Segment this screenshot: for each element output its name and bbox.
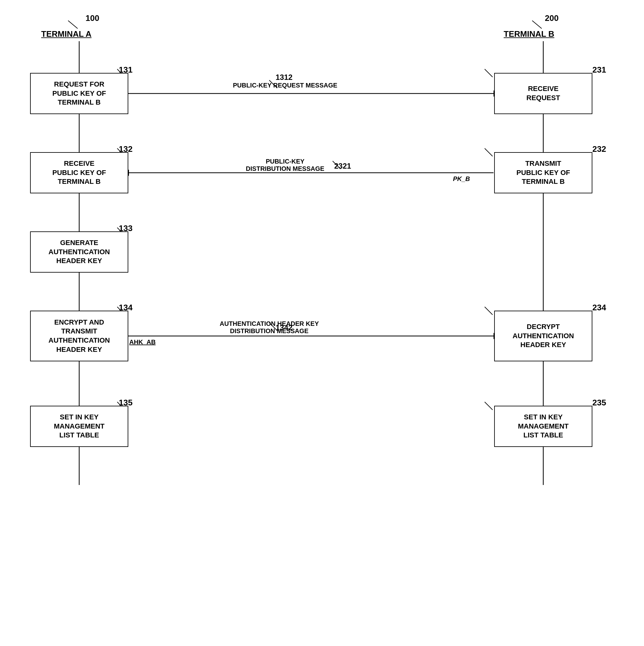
terminal-b-ref: 200 [545, 13, 558, 23]
node-231-text: RECEIVE REQUEST [526, 84, 560, 102]
diagram: TERMINAL A 100 TERMINAL B 200 REQUEST FO… [0, 0, 644, 646]
node-231: RECEIVE REQUEST [494, 73, 592, 114]
node-234-text: DECRYPT AUTHENTICATION HEADER KEY [513, 322, 574, 350]
arrow-1312-text: PUBLIC-KEY REQUEST MESSAGE [233, 82, 337, 89]
node-131: REQUEST FOR PUBLIC KEY OF TERMINAL B [30, 73, 128, 114]
ref-1312: 1312 [276, 73, 292, 82]
node-132-text: RECEIVE PUBLIC KEY OF TERMINAL B [52, 159, 106, 186]
ref-133: 133 [119, 223, 132, 233]
pk-b-label: PK_B [453, 175, 470, 183]
ref-132: 132 [119, 144, 132, 154]
terminal-a-ref: 100 [86, 13, 99, 23]
arrow-1342-label: AUTHENTICATION HEADER KEY DISTRIBUTION M… [174, 320, 364, 335]
svg-line-26 [68, 21, 78, 28]
svg-line-22 [485, 69, 493, 77]
arrow-2321-label: PUBLIC-KEY DISTRIBUTION MESSAGE [222, 158, 349, 173]
terminal-a-label: TERMINAL A [41, 29, 92, 39]
node-134-text: ENCRYPT AND TRANSMIT AUTHENTICATION HEAD… [48, 318, 110, 354]
svg-line-23 [485, 148, 493, 156]
node-133: GENERATE AUTHENTICATION HEADER KEY [30, 231, 128, 273]
ref-1342: 1342 [276, 323, 292, 332]
node-131-text: REQUEST FOR PUBLIC KEY OF TERMINAL B [52, 80, 106, 107]
arrow-1312-label: PUBLIC-KEY REQUEST MESSAGE [222, 82, 349, 89]
node-235: SET IN KEY MANAGEMENT LIST TABLE [494, 406, 592, 447]
ref-234: 234 [592, 303, 606, 313]
ref-232: 232 [592, 144, 606, 154]
svg-line-25 [485, 402, 493, 410]
ref-235: 235 [592, 398, 606, 408]
ref-135: 135 [119, 398, 132, 408]
terminal-b-label: TERMINAL B [504, 29, 554, 39]
node-133-text: GENERATE AUTHENTICATION HEADER KEY [48, 238, 110, 265]
arrow-1342-text: AUTHENTICATION HEADER KEY DISTRIBUTION M… [220, 320, 319, 334]
svg-line-24 [485, 307, 493, 315]
ref-131: 131 [119, 65, 132, 75]
node-232-text: TRANSMIT PUBLIC KEY OF TERMINAL B [516, 159, 570, 186]
node-132: RECEIVE PUBLIC KEY OF TERMINAL B [30, 152, 128, 193]
node-235-text: SET IN KEY MANAGEMENT LIST TABLE [518, 413, 568, 440]
node-135: SET IN KEY MANAGEMENT LIST TABLE [30, 406, 128, 447]
ref-231: 231 [592, 65, 606, 75]
node-234: DECRYPT AUTHENTICATION HEADER KEY [494, 311, 592, 361]
node-134: ENCRYPT AND TRANSMIT AUTHENTICATION HEAD… [30, 311, 128, 361]
ref-134: 134 [119, 303, 132, 313]
node-232: TRANSMIT PUBLIC KEY OF TERMINAL B [494, 152, 592, 193]
arrow-2321-text: PUBLIC-KEY DISTRIBUTION MESSAGE [246, 158, 325, 172]
svg-line-27 [532, 21, 542, 28]
ahk-ab-label: AHK_AB [129, 338, 155, 346]
ref-2321: 2321 [334, 162, 351, 171]
node-135-text: SET IN KEY MANAGEMENT LIST TABLE [54, 413, 105, 440]
